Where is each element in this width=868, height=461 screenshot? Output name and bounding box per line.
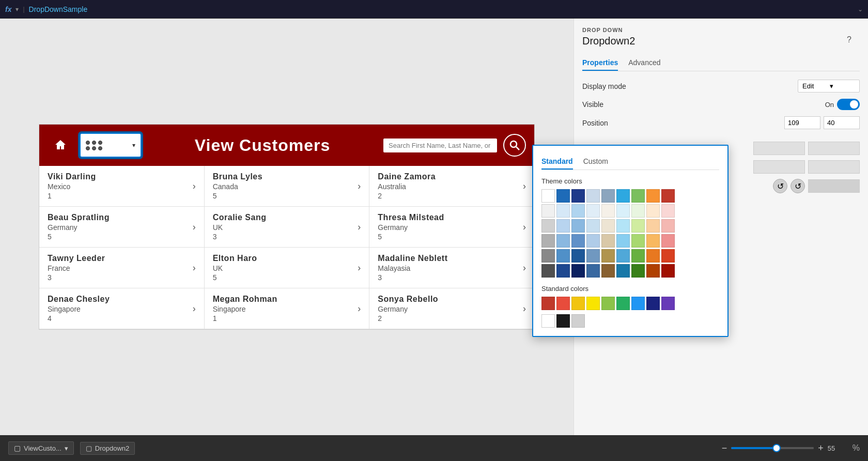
color-swatch[interactable] [616, 264, 630, 278]
stub-input-2[interactable] [808, 142, 860, 155]
customer-cell[interactable]: Megan Rohman Singapore 1 › [205, 288, 370, 329]
standard-color-swatch[interactable] [571, 297, 585, 310]
standard-color-swatch[interactable] [541, 297, 555, 310]
clear-color-icon[interactable]: ↺ [791, 179, 805, 193]
customer-cell[interactable]: Denae Chesley Singapore 4 › [39, 288, 205, 329]
customer-cell[interactable]: Viki Darling Mexico 1 › [39, 166, 205, 206]
standard-color-swatch[interactable] [616, 297, 630, 310]
zoom-slider-thumb[interactable] [772, 444, 781, 452]
zoom-plus-button[interactable]: + [818, 443, 824, 454]
color-swatch[interactable] [646, 234, 660, 248]
color-swatch[interactable] [631, 264, 645, 278]
color-swatch[interactable] [601, 219, 615, 233]
white-swatch[interactable] [541, 314, 555, 328]
color-swatch[interactable] [556, 189, 570, 203]
color-swatch[interactable] [631, 204, 645, 218]
dropdown-control[interactable]: ▾ [80, 133, 142, 158]
color-swatch[interactable] [601, 249, 615, 263]
position-x-input[interactable] [784, 116, 820, 129]
customer-cell[interactable]: Sonya Rebello Germany 2 › [369, 288, 534, 329]
color-swatch[interactable] [616, 249, 630, 263]
color-swatch[interactable] [571, 189, 585, 203]
color-swatch[interactable] [556, 234, 570, 248]
search-input[interactable] [383, 139, 497, 152]
color-fill-swatch[interactable] [808, 179, 860, 193]
color-swatch[interactable] [631, 234, 645, 248]
gray-swatch[interactable] [571, 314, 585, 328]
color-swatch[interactable] [541, 264, 555, 278]
color-swatch[interactable] [541, 189, 555, 203]
color-swatch[interactable] [646, 264, 660, 278]
stub-input-3[interactable] [753, 160, 805, 174]
standard-color-swatch[interactable] [556, 297, 570, 310]
reset-color-icon[interactable]: ↺ [773, 179, 787, 193]
color-swatch[interactable] [601, 204, 615, 218]
expand-icon[interactable]: ⌄ [858, 6, 863, 13]
help-icon[interactable]: ? [847, 35, 851, 44]
color-swatch[interactable] [616, 219, 630, 233]
standard-color-swatch[interactable] [586, 297, 600, 310]
color-picker-tab-custom[interactable]: Custom [583, 154, 608, 170]
color-swatch[interactable] [541, 249, 555, 263]
color-swatch[interactable] [631, 249, 645, 263]
customer-cell[interactable]: Thresa Milstead Germany 5 › [369, 207, 534, 247]
color-swatch[interactable] [661, 204, 675, 218]
dropdown-selector[interactable]: ▢ Dropdown2 [80, 442, 135, 455]
color-swatch[interactable] [556, 264, 570, 278]
standard-color-swatch[interactable] [601, 297, 615, 310]
color-swatch[interactable] [616, 234, 630, 248]
color-swatch[interactable] [646, 219, 660, 233]
customer-cell[interactable]: Bruna Lyles Canada 5 › [205, 166, 370, 206]
color-swatch[interactable] [586, 264, 600, 278]
standard-color-swatch[interactable] [661, 297, 675, 310]
color-swatch[interactable] [571, 234, 585, 248]
color-swatch[interactable] [616, 204, 630, 218]
color-swatch[interactable] [586, 219, 600, 233]
color-swatch[interactable] [586, 234, 600, 248]
visible-toggle[interactable] [837, 99, 860, 110]
color-swatch[interactable] [541, 204, 555, 218]
color-swatch[interactable] [646, 204, 660, 218]
color-swatch[interactable] [601, 189, 615, 203]
screen-selector[interactable]: ▢ ViewCusto... ▾ [8, 441, 74, 455]
customer-cell[interactable]: Daine Zamora Australia 2 › [369, 166, 534, 206]
color-picker-tab-standard[interactable]: Standard [541, 154, 573, 170]
color-swatch[interactable] [556, 249, 570, 263]
color-swatch[interactable] [646, 189, 660, 203]
customer-cell[interactable]: Beau Spratling Germany 5 › [39, 207, 205, 247]
color-swatch[interactable] [571, 219, 585, 233]
black-swatch[interactable] [556, 314, 570, 328]
standard-color-swatch[interactable] [631, 297, 645, 310]
tab-advanced[interactable]: Advanced [628, 55, 660, 71]
color-swatch[interactable] [556, 204, 570, 218]
customer-cell[interactable]: Tawny Leeder France 3 › [39, 248, 205, 288]
home-button[interactable] [48, 132, 73, 158]
standard-color-swatch[interactable] [646, 297, 660, 310]
color-swatch[interactable] [586, 204, 600, 218]
display-mode-select[interactable]: Edit ▾ [798, 80, 860, 93]
color-swatch[interactable] [661, 234, 675, 248]
color-swatch[interactable] [601, 264, 615, 278]
customer-cell[interactable]: Coralie Sang UK 3 › [205, 207, 370, 247]
color-swatch[interactable] [586, 189, 600, 203]
color-swatch[interactable] [571, 264, 585, 278]
tab-properties[interactable]: Properties [582, 55, 618, 71]
fx-dropdown-arrow[interactable]: ▾ [16, 6, 19, 13]
color-swatch[interactable] [661, 264, 675, 278]
color-swatch[interactable] [661, 219, 675, 233]
customer-cell[interactable]: Elton Haro UK 5 › [205, 248, 370, 288]
zoom-minus-button[interactable]: − [722, 443, 727, 454]
color-swatch[interactable] [586, 249, 600, 263]
color-swatch[interactable] [661, 249, 675, 263]
stub-input-4[interactable] [808, 160, 860, 174]
search-button[interactable] [503, 134, 526, 157]
color-swatch[interactable] [631, 189, 645, 203]
color-swatch[interactable] [541, 234, 555, 248]
color-swatch[interactable] [631, 219, 645, 233]
color-swatch[interactable] [556, 219, 570, 233]
color-swatch[interactable] [571, 249, 585, 263]
color-swatch[interactable] [661, 189, 675, 203]
position-y-input[interactable] [824, 116, 860, 129]
color-swatch[interactable] [646, 249, 660, 263]
customer-cell[interactable]: Madaline Neblett Malayasia 3 › [369, 248, 534, 288]
